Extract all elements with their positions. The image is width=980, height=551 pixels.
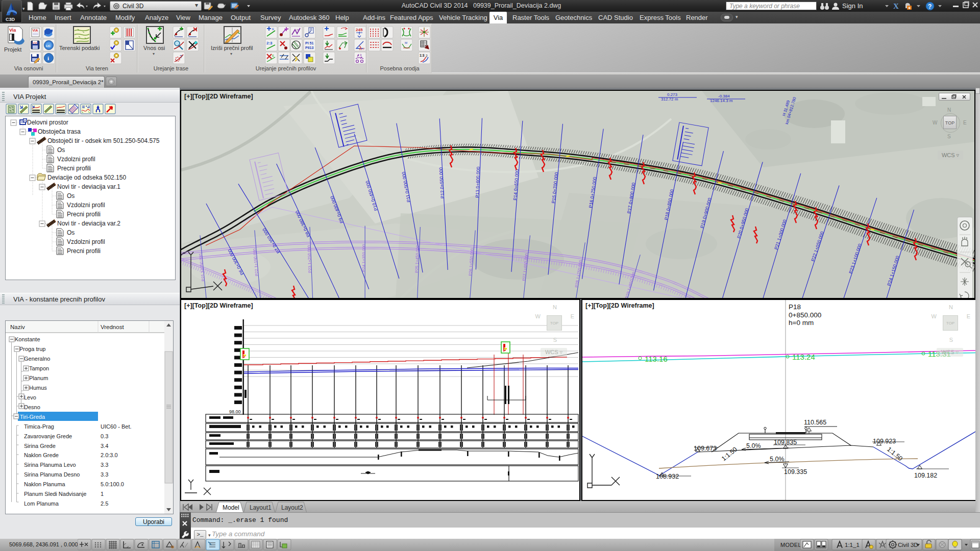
svg-text:10.7: 10.7 xyxy=(359,47,365,51)
svg-text:M: M xyxy=(405,41,407,44)
svg-text:Layout2: Layout2 xyxy=(281,504,303,511)
svg-text:3.4: 3.4 xyxy=(101,443,108,449)
svg-text:1: 1 xyxy=(101,491,104,497)
svg-text:Planum Sledi Nadvisanje: Planum Sledi Nadvisanje xyxy=(24,491,86,497)
svg-text:Os: Os xyxy=(67,192,75,199)
svg-text:Vnos osi: Vnos osi xyxy=(143,45,165,51)
svg-text:UIC60 - Bet.: UIC60 - Bet. xyxy=(101,423,132,430)
svg-text:2: 2 xyxy=(426,54,428,58)
svg-text:Vrednost: Vrednost xyxy=(101,324,124,330)
svg-text:m: m xyxy=(297,28,299,31)
svg-text:X: X xyxy=(893,2,899,10)
svg-text:109.923: 109.923 xyxy=(873,438,896,445)
svg-text:Sirina Planuma Levo: Sirina Planuma Levo xyxy=(24,462,76,468)
svg-text:Naziv: Naziv xyxy=(10,324,25,330)
svg-text:Naklon Planuma: Naklon Planuma xyxy=(24,481,66,487)
svg-text:Os: Os xyxy=(67,229,75,236)
svg-text:Os: Os xyxy=(57,146,65,154)
svg-text:109.182: 109.182 xyxy=(914,472,937,479)
svg-text:Tampon: Tampon xyxy=(29,365,49,371)
svg-text:113.16: 113.16 xyxy=(645,355,668,363)
svg-text:Tiri-Greda: Tiri-Greda xyxy=(20,414,45,420)
svg-text:Via: Via xyxy=(9,28,16,33)
svg-text:Deviacije od odseka 502.150: Deviacije od odseka 502.150 xyxy=(47,174,126,181)
svg-text:VIA: VIA xyxy=(33,29,38,32)
svg-text:113.24: 113.24 xyxy=(792,353,815,361)
svg-text:Delovni prostor: Delovni prostor xyxy=(27,119,68,126)
svg-text:Konstante: Konstante xyxy=(15,336,40,342)
svg-text:Levo: Levo xyxy=(24,394,36,400)
svg-text:?: ? xyxy=(928,3,932,10)
svg-text:5.0:100.0: 5.0:100.0 xyxy=(101,481,124,487)
svg-text:4 3: 4 3 xyxy=(357,54,362,57)
svg-text:E: E xyxy=(272,54,274,57)
svg-text:P25 1+450.000: P25 1+450.000 xyxy=(414,245,420,273)
svg-text:0.3: 0.3 xyxy=(101,433,108,439)
svg-text:Desno: Desno xyxy=(24,404,40,410)
svg-text:Vzdolzni profil: Vzdolzni profil xyxy=(67,202,105,209)
svg-text:3.3: 3.3 xyxy=(101,462,108,468)
svg-text:Vzdolzni profil: Vzdolzni profil xyxy=(57,156,95,163)
svg-text:Novi tir - deviacija var.2: Novi tir - deviacija var.2 xyxy=(57,220,120,227)
svg-text:1:1.50: 1:1.50 xyxy=(720,446,739,463)
svg-text:P23 1+250.000: P23 1+250.000 xyxy=(307,245,312,273)
svg-text:108.932: 108.932 xyxy=(656,473,679,480)
svg-text:Projekt: Projekt xyxy=(4,46,21,53)
svg-text:Civil 3D: Civil 3D xyxy=(898,542,918,548)
svg-text:Humus: Humus xyxy=(29,385,47,391)
svg-text:Lom Planuma: Lom Planuma xyxy=(24,500,59,507)
svg-text:E: E xyxy=(272,28,274,31)
svg-text:Planum: Planum xyxy=(29,375,48,381)
svg-text:Terenski podatki: Terenski podatki xyxy=(59,45,100,51)
svg-text:i: i xyxy=(47,55,49,61)
svg-text:Obstoječa trasa: Obstoječa trasa xyxy=(38,128,81,135)
svg-text:98.00: 98.00 xyxy=(229,409,241,414)
svg-text:109.335: 109.335 xyxy=(784,468,807,475)
svg-text:Novi tir - deviacija var.1: Novi tir - deviacija var.1 xyxy=(57,183,120,190)
svg-text:0.273: 0.273 xyxy=(667,92,678,97)
svg-text:Naklon Grede: Naklon Grede xyxy=(24,452,59,458)
svg-text:2:3: 2:3 xyxy=(266,41,273,45)
svg-text:Generalno: Generalno xyxy=(24,356,50,362)
svg-text:VIA: VIA xyxy=(33,41,37,44)
svg-text:Izriši prečni profil: Izriši prečni profil xyxy=(211,45,253,51)
svg-text:Precni profili: Precni profili xyxy=(67,211,101,218)
svg-text:2.5: 2.5 xyxy=(101,500,108,507)
svg-text:Model: Model xyxy=(223,504,239,511)
svg-text:Sirina Planuma Desno: Sirina Planuma Desno xyxy=(24,471,80,478)
svg-text:Layout1: Layout1 xyxy=(250,504,272,511)
svg-text:Sign In: Sign In xyxy=(842,2,863,10)
svg-text:Obstoječi tir - odsek km 501.2: Obstoječi tir - odsek km 501.250-504.575 xyxy=(47,137,160,144)
svg-text:LIC: LIC xyxy=(46,44,51,47)
svg-text:C3D: C3D xyxy=(6,17,15,22)
svg-text:-0.384: -0.384 xyxy=(718,94,730,98)
svg-text:5.0%: 5.0% xyxy=(770,456,785,463)
svg-text:P13 0+600.000: P13 0+600.000 xyxy=(475,166,481,198)
svg-text:5.0%: 5.0% xyxy=(746,442,761,449)
svg-text:▾: ▾ xyxy=(230,52,232,56)
svg-text:Vzdolzni profil: Vzdolzni profil xyxy=(67,238,105,245)
svg-text:Precni profili: Precni profili xyxy=(57,165,91,172)
svg-text:▾: ▾ xyxy=(153,52,155,56)
svg-text:P24 1+350.000: P24 1+350.000 xyxy=(361,244,366,272)
svg-text:Precni profili: Precni profili xyxy=(67,247,101,255)
svg-text:PI 51: PI 51 xyxy=(305,41,313,45)
svg-text:Proga trup: Proga trup xyxy=(19,346,45,352)
svg-text:1:1_1: 1:1_1 xyxy=(845,542,860,548)
svg-text:3.3: 3.3 xyxy=(101,471,108,478)
svg-text:Zavarovanje Grede: Zavarovanje Grede xyxy=(24,433,72,439)
svg-text:Timica-Prag: Timica-Prag xyxy=(24,423,54,430)
svg-text:PII13: PII13 xyxy=(305,46,313,49)
svg-text:1:3: 1:3 xyxy=(420,54,425,57)
svg-text:110.565: 110.565 xyxy=(804,419,826,426)
svg-text:2.0:3.0: 2.0:3.0 xyxy=(101,452,118,458)
svg-text:Sirina Grede: Sirina Grede xyxy=(24,443,56,449)
svg-text:245: 245 xyxy=(356,28,363,32)
